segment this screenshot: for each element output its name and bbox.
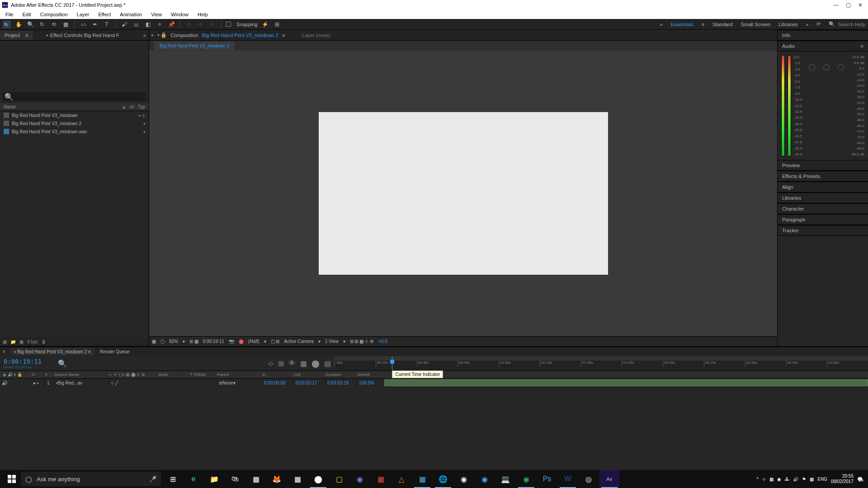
snapshot-icon[interactable]: 📷 [229,339,234,344]
view-dropdown[interactable]: 1 View [325,339,339,344]
orbit-tool-icon[interactable]: ↻ [38,20,46,28]
comp-mini-icon[interactable]: ⊹ [268,359,274,368]
comp-breadcrumb[interactable]: Big Red Hand Print V3_mixdown 2 [155,42,234,50]
menu-view[interactable]: View [147,11,165,18]
steam-icon[interactable]: ◉ [454,470,474,488]
maximize-button[interactable]: ▢ [846,2,851,8]
zoom-dropdown[interactable]: 50% [169,339,178,344]
start-button[interactable] [3,470,21,488]
align-panel-header[interactable]: Align [778,182,868,192]
workspace-libraries[interactable]: Libraries [778,22,797,27]
photoshop-icon[interactable]: Ps [537,470,557,488]
character-panel-header[interactable]: Character [778,203,868,214]
tray-icon[interactable]: ▦ [810,477,814,482]
app-icon[interactable]: ▦ [371,470,391,488]
more-icon[interactable]: » [141,33,149,38]
tray-icon[interactable]: ⊹ [762,477,766,482]
tab-menu-icon[interactable]: ≡ [282,33,285,38]
effects-presets-panel-header[interactable]: Effects & Presets [778,171,868,182]
motion-blur-icon[interactable]: ⬤ [311,359,320,368]
col-type[interactable]: Typ [138,104,145,109]
microphone-icon[interactable]: 🎤 [149,476,156,483]
more-icon[interactable]: » [660,22,662,27]
menu-composition[interactable]: Composition [37,11,71,18]
bpc-button[interactable]: 8 bpc [27,339,38,344]
paragraph-panel-header[interactable]: Paragraph [778,214,868,225]
snap-opt-icon[interactable]: ⚡ [261,20,269,28]
explorer-icon[interactable]: 📁 [204,470,224,488]
layer-tab[interactable]: Layer (none) [302,33,330,38]
clone-tool-icon[interactable]: ⚍ [132,20,140,28]
store-icon[interactable]: 🛍 [225,470,245,488]
language-indicator[interactable]: ENG [817,477,827,482]
menu-window[interactable]: Window [167,11,192,18]
zoom-tool-icon[interactable]: 🔍 [26,20,34,28]
app-icon[interactable]: ◎ [579,470,599,488]
axis-tool-icon[interactable]: ⊹ [185,20,193,28]
menu-edit[interactable]: Edit [19,11,35,18]
interpret-icon[interactable]: ▦ [3,339,7,344]
chrome-icon[interactable]: 🌐 [433,470,453,488]
workspace-menu-icon[interactable]: ≡ [702,22,704,27]
timeline-ruler[interactable]: :00s00:15s00:30s00:45s01:00s01:15s01:30s… [335,356,868,371]
brush-tool-icon[interactable]: 🖌 [120,20,128,28]
rect-tool-icon[interactable]: ▭ [79,20,87,28]
snapping-checkbox[interactable] [226,22,231,27]
close-button[interactable]: ✕ [858,2,863,8]
exposure-value[interactable]: +0.0 [378,339,387,344]
comp-tab-name[interactable]: Big Red Hand Print V3_mixdown 2 [202,33,278,38]
app-icon[interactable]: ◉ [475,470,495,488]
render-queue-tab[interactable]: Render Queue [100,349,130,354]
shy-icon[interactable]: 👁 [288,359,296,368]
audio-panel-header[interactable]: Audio≡ [778,41,868,52]
comp-icon[interactable]: ▣ [19,339,24,344]
app-icon[interactable]: ▦ [246,470,266,488]
project-item[interactable]: Big Red Hand Print V3_mixdown 2▪ [0,119,149,127]
app-icon[interactable]: ▦ [288,470,307,488]
project-item[interactable]: Big Red Hand Print V3_mixdown▪ ⊹ [0,111,149,119]
current-time-display[interactable]: 0:00:19:11 00486 (25.00 fps) [0,356,54,371]
search-help-input[interactable]: Search Help [838,22,865,27]
timecode-display[interactable]: 0:00:19:11 [203,339,224,344]
layer-bar[interactable] [384,379,868,387]
draft-3d-icon[interactable]: ⊞ [278,359,284,368]
graph-editor-icon[interactable]: ▤ [324,359,331,368]
app-icon[interactable]: 💻 [495,470,515,488]
sync-icon[interactable]: ⟳ [816,21,821,27]
timeline-search-input[interactable]: 🔍 [58,359,67,368]
discord-icon[interactable]: ◉ [350,470,370,488]
axis-tool-icon[interactable]: ⊹ [208,20,217,28]
tray-icon[interactable]: ⚑ [802,477,806,482]
tray-icon[interactable]: ▦ [769,477,774,482]
audio-knob-icon[interactable] [809,64,815,70]
camera-tool-icon[interactable]: ▦ [61,20,70,28]
vlc-icon[interactable]: △ [392,470,411,488]
selection-tool-icon[interactable] [3,20,11,28]
menu-file[interactable]: File [2,11,17,18]
menu-layer[interactable]: Layer [73,11,93,18]
notifications-icon[interactable]: 💬24 [857,477,863,482]
layer-row[interactable]: 🔊 ▸ ▪ 1 ▪ Big Red...av ⊹ ╱ ⊚ None ▾ 0:00… [0,379,868,387]
close-tab-icon[interactable]: × [3,349,5,354]
hand-tool-icon[interactable]: ✋ [14,20,23,28]
task-view-icon[interactable]: ⊞ [163,470,183,488]
workspace-standard[interactable]: Standard [712,22,733,27]
close-tab-icon[interactable]: × [151,33,154,38]
project-item[interactable]: Big Red Hand Print V3_mixdown.wav▪ [0,127,149,136]
libraries-panel-header[interactable]: Libraries [778,192,868,203]
camera-dropdown[interactable]: Active Camera [284,339,314,344]
trash-icon[interactable]: 🗑 [42,339,46,344]
tracker-panel-header[interactable]: Tracker [778,225,868,236]
resolution-dropdown[interactable]: (Half) [248,339,259,344]
edge-icon[interactable]: e [184,470,203,488]
volume-icon[interactable]: 🔊 [793,477,798,482]
more-icon[interactable]: » [806,22,808,27]
after-effects-icon[interactable]: Ae [599,470,619,488]
obs-icon[interactable]: ⬤ [308,470,328,488]
snap-opt-icon[interactable]: ⊞ [273,20,281,28]
tray-chevron-icon[interactable]: ^ [757,477,759,482]
effect-controls-tab[interactable]: ▪ Effect Controls Big Red Hand F [42,31,124,40]
audio-knob-icon[interactable] [838,64,844,70]
frame-blend-icon[interactable]: ▦ [300,359,307,368]
puppet-tool-icon[interactable]: 📌 [167,20,175,28]
